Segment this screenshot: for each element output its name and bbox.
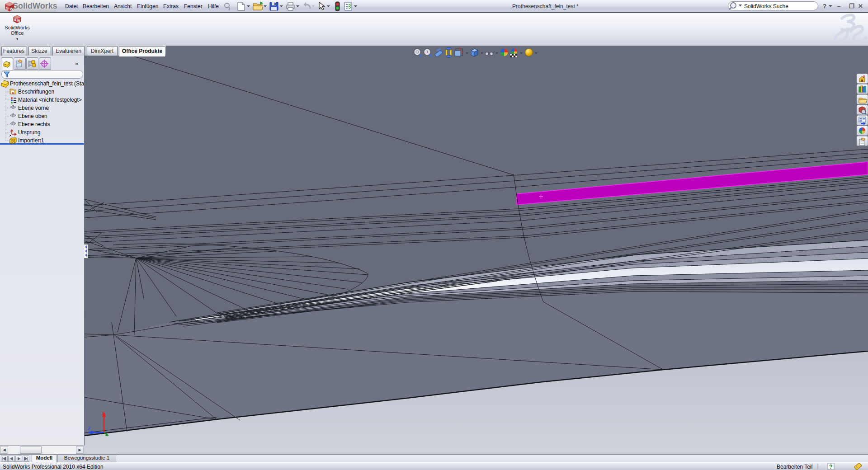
svg-text:W: W — [10, 7, 14, 11]
svg-text:A: A — [12, 91, 14, 95]
svg-text:Z: Z — [88, 426, 91, 431]
svg-text:X: X — [102, 411, 105, 416]
svg-text:W: W — [17, 19, 20, 22]
svg-text:S: S — [6, 6, 9, 10]
svg-text:S: S — [14, 18, 17, 21]
svg-text:?: ? — [829, 464, 832, 470]
